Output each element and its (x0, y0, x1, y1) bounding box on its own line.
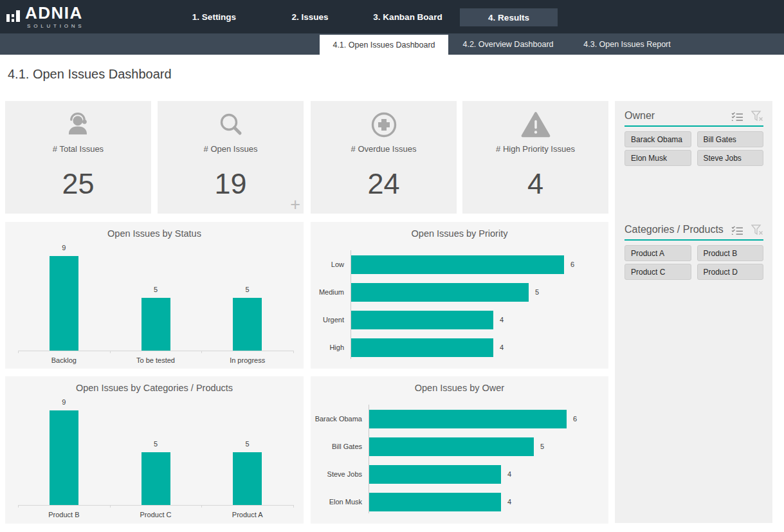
chart-open-issues-by-priority: Open Issues by Priority6Low5Medium4Urgen… (311, 222, 608, 369)
category-label: Product B (19, 511, 109, 518)
category-label: Backlog (19, 356, 109, 364)
slicer-item-product-a[interactable]: Product A (624, 245, 691, 261)
slicer-underline (624, 125, 763, 127)
brand-name: ADNIA (25, 5, 84, 21)
bar-product-c (141, 452, 170, 505)
category-label: In progress (203, 356, 293, 364)
nav-item-3-kanban-board[interactable]: 3. Kanban Board (367, 0, 449, 33)
x-axis-line (18, 351, 293, 351)
brand-logo: ADNIA SOLUTIONS (6, 5, 84, 29)
chart-open-issues-by-status: Open Issues by Status9Backlog5To be test… (5, 222, 304, 369)
bar-value-label: 5 (535, 283, 539, 302)
brand-subtitle: SOLUTIONS (27, 23, 84, 29)
slicer-item-product-d[interactable]: Product D (697, 264, 764, 280)
category-label: Barack Obama (311, 410, 362, 428)
chart-title: Open Issues by Ower (311, 383, 608, 393)
category-label: Urgent (311, 311, 344, 329)
slicer-item-bill-gates[interactable]: Bill Gates (697, 131, 764, 147)
category-label: Elon Musk (311, 493, 362, 511)
slicer-items: Barack ObamaBill GatesElon MuskSteve Job… (624, 131, 763, 166)
kpi-value: 24 (311, 169, 457, 199)
bar-value-label: 4 (507, 465, 511, 484)
multi-select-icon[interactable] (731, 111, 743, 121)
axis-tick (293, 351, 294, 353)
multi-select-icon[interactable] (731, 225, 743, 235)
sub-navbar: 4.1. Open Issues Dashboard4.2. Overview … (0, 33, 784, 55)
clear-filter-icon[interactable] (751, 225, 763, 235)
chart-title: Open Issues by Status (5, 228, 304, 239)
nav-item-4-results[interactable]: 4. Results (460, 8, 558, 26)
tab-4-3-open-issues-report[interactable]: 4.3. Open Issues Report (568, 33, 686, 55)
slicer-categories-products: Categories / Products Product AProduct B… (624, 224, 763, 280)
y-axis-line (369, 405, 369, 513)
chart-open-issues-by-ower: Open Issues by Ower6Barack Obama5Bill Ga… (311, 376, 608, 524)
clear-filter-icon[interactable] (751, 111, 763, 122)
nav-item-1-settings[interactable]: 1. Settings (182, 0, 246, 33)
bar-value-label: 4 (500, 311, 504, 329)
plus-cursor-hint: + (290, 195, 300, 214)
bar-barack-obama (369, 410, 567, 428)
slicer-owner: Owner Barack ObamaBill GatesElon MuskSte… (624, 110, 763, 166)
bar-value-label: 6 (570, 255, 574, 274)
kpi-label: # High Priority Issues (462, 144, 608, 154)
bar-steve-jobs (369, 465, 501, 484)
plus-circle-icon (311, 109, 457, 141)
kpi-card-total-issues: # Total Issues 25 (5, 101, 151, 214)
axis-tick (201, 505, 202, 508)
x-axis-line (18, 505, 293, 506)
axis-tick (18, 505, 19, 508)
category-label: To be tested (111, 356, 201, 364)
magnifier-icon (158, 109, 304, 141)
chart-open-issues-by-categories-products: Open Issues by Categories / Products9Pro… (5, 376, 304, 524)
bar-elon-musk (369, 493, 501, 511)
slicer-title: Categories / Products (624, 224, 724, 235)
kpi-value: 19 (158, 169, 304, 199)
category-label: Bill Gates (311, 437, 362, 456)
bar-backlog (50, 256, 78, 351)
bar-bill-gates (369, 437, 534, 456)
slicer-item-elon-musk[interactable]: Elon Musk (624, 150, 691, 166)
kpi-label: # Overdue Issues (311, 144, 457, 154)
bar-value-label: 6 (573, 410, 577, 428)
brand-bars-icon (6, 7, 23, 26)
bar-product-b (50, 410, 78, 505)
category-label: Steve Jobs (311, 465, 362, 484)
kpi-card-open-issues: # Open Issues 19 + (158, 101, 304, 214)
kpi-card-high-priority-issues: # High Priority Issues 4 (462, 101, 608, 214)
bar-value-label: 4 (507, 493, 511, 511)
bar-in-progress (233, 298, 262, 351)
axis-tick (293, 505, 294, 508)
bar-value-label: 5 (235, 440, 260, 448)
bar-medium (351, 283, 529, 302)
slicer-underline (624, 239, 763, 241)
category-label: Low (311, 255, 344, 274)
bar-value-label: 9 (51, 244, 77, 252)
bar-to-be-tested (141, 298, 170, 351)
axis-tick (110, 505, 111, 508)
kpi-value: 4 (462, 169, 608, 199)
y-axis-line (351, 250, 351, 359)
category-label: Medium (311, 283, 344, 302)
chart-title: Open Issues by Priority (311, 228, 608, 239)
slicer-item-product-b[interactable]: Product B (697, 245, 764, 261)
slicer-item-steve-jobs[interactable]: Steve Jobs (697, 150, 764, 166)
tab-4-1-open-issues-dashboard[interactable]: 4.1. Open Issues Dashboard (320, 35, 448, 55)
kpi-label: # Total Issues (5, 144, 151, 154)
bar-value-label: 5 (143, 440, 169, 448)
bar-value-label: 5 (235, 286, 260, 293)
bar-value-label: 5 (143, 286, 169, 293)
kpi-label: # Open Issues (158, 144, 304, 154)
dashboard-app: ADNIA SOLUTIONS 1. Settings2. Issues3. K… (0, 0, 784, 532)
category-label: High (311, 338, 344, 357)
slicer-item-product-c[interactable]: Product C (624, 264, 691, 280)
slicer-item-barack-obama[interactable]: Barack Obama (624, 131, 691, 147)
slicer-title: Owner (624, 110, 724, 122)
tab-4-2-overview-dashboard[interactable]: 4.2. Overview Dashboard (448, 33, 568, 55)
bar-low (351, 255, 564, 274)
bar-product-a (233, 452, 262, 505)
axis-tick (18, 351, 19, 353)
category-label: Product C (111, 511, 201, 518)
slicer-items: Product AProduct BProduct CProduct D (624, 245, 763, 280)
nav-item-2-issues[interactable]: 2. Issues (278, 0, 342, 33)
bar-value-label: 4 (500, 338, 504, 357)
